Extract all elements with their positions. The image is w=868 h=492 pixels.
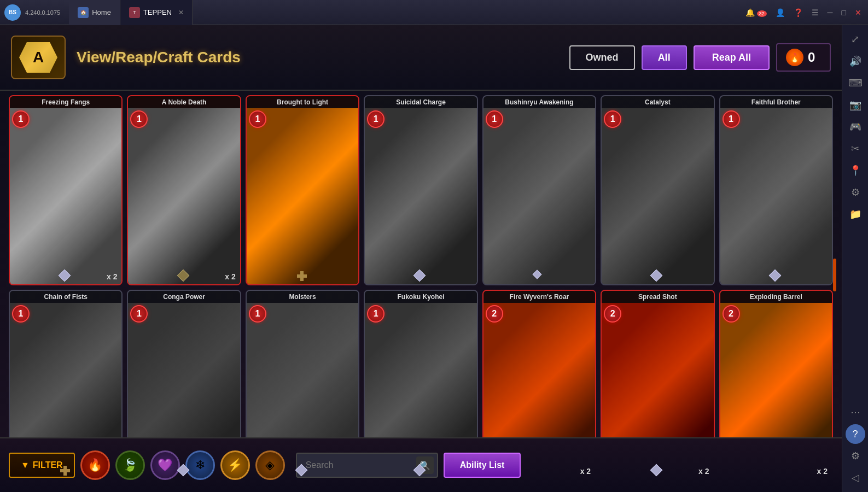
card-count-noble-death: 2: [225, 272, 235, 281]
home-tab-icon: 🏠: [78, 7, 89, 18]
menu-icon[interactable]: ☰: [812, 8, 819, 17]
card-name-exploding-barrel: Exploding Barrel: [720, 291, 832, 303]
filter-dark-button[interactable]: 💜: [150, 450, 180, 480]
sidebar-settings-icon[interactable]: ⚙: [846, 183, 865, 202]
page-title: View/Reap/Craft Cards: [77, 49, 558, 66]
filter-fire-button[interactable]: 🔥: [80, 450, 110, 480]
card-image-faithful-brother: 1: [720, 108, 832, 284]
top-bar-buttons: Owned All Reap All 🔥 0: [569, 43, 831, 72]
card-count-freezing-fangs: 2: [107, 272, 117, 281]
app-version: 4.240.0.1075: [25, 9, 60, 16]
card-image-suicidal-charge: 1: [365, 108, 476, 284]
light-icon: ⚡: [228, 458, 242, 472]
card-cost-freezing-fangs: 1: [12, 110, 30, 128]
sidebar-back-icon[interactable]: ◁: [846, 468, 865, 488]
card-image-catalyst: 1: [602, 108, 713, 284]
filter-nature-button[interactable]: 🍃: [115, 450, 145, 480]
sidebar-expand-icon[interactable]: ⤢: [846, 30, 865, 49]
card-art-faithful-brother: [720, 108, 832, 284]
card-brought-to-light[interactable]: Brought to Light 1: [246, 95, 359, 285]
sidebar-location-icon[interactable]: 📍: [846, 161, 865, 180]
fire-icon: 🔥: [88, 458, 102, 472]
card-noble-death[interactable]: A Noble Death 1 2: [127, 95, 241, 285]
card-cost-spread-shot: 2: [604, 305, 621, 323]
card-rarity-catalyst: [652, 271, 663, 282]
card-image-brought-to-light: 1: [247, 108, 358, 284]
right-sidebar: ⤢ 🔊 ⌨ 📷 🎮 ✂ 📍 ⚙ 📁 ⋯ ? ⚙ ◁: [842, 25, 868, 492]
card-freezing-fangs[interactable]: Freezing Fangs 1 2: [9, 95, 123, 285]
scroll-indicator[interactable]: [833, 259, 836, 291]
card-rarity-fukoku-kyohei: [415, 466, 426, 477]
card-name-bushinryu-awakening: Bushinryu Awakening: [483, 96, 595, 108]
logo-inner: A: [19, 42, 57, 73]
sidebar-screenshot-icon[interactable]: ✂: [846, 139, 865, 159]
filter-neutral-button[interactable]: ◈: [255, 450, 285, 480]
card-image-freezing-fangs: 1 2: [10, 108, 121, 284]
dark-icon: 💜: [158, 458, 172, 472]
sidebar-keyboard-icon[interactable]: ⌨: [846, 73, 865, 93]
bottom-bar: ▼ FILTER 🔥 🍃 💜 ❄ ⚡ ◈ 🔍 Ability List: [0, 437, 842, 492]
filter-label: FILTER: [33, 460, 63, 470]
sidebar-camera-icon[interactable]: 📷: [846, 95, 865, 115]
tab-teppen[interactable]: T TEPPEN ✕: [120, 0, 193, 25]
close-btn[interactable]: ✕: [855, 8, 861, 17]
window-controls: 🔔 32 👤 ❓ ☰ ─ □ ✕: [745, 8, 868, 17]
card-catalyst[interactable]: Catalyst 1: [601, 95, 714, 285]
card-name-freezing-fangs: Freezing Fangs: [10, 96, 121, 108]
card-cost-catalyst: 1: [604, 110, 621, 128]
card-cost-chain-of-fists: 1: [12, 305, 30, 323]
game-area: A View/Reap/Craft Cards Owned All Reap A…: [0, 25, 842, 492]
card-name-noble-death: A Noble Death: [128, 96, 240, 108]
card-cost-molsters: 1: [249, 305, 266, 323]
card-art-noble-death: [128, 108, 240, 284]
filter-water-button[interactable]: ❄: [185, 450, 215, 480]
card-name-fire-wyvern: Fire Wyvern's Roar: [483, 291, 595, 303]
card-rarity-brought-to-light: [297, 271, 308, 282]
card-cost-faithful-brother: 1: [723, 110, 740, 128]
cards-grid: Freezing Fangs 1 2 A Noble Death 1 2 Bro…: [0, 91, 842, 484]
maximize-btn[interactable]: □: [842, 8, 846, 17]
notification-bell[interactable]: 🔔 32: [745, 8, 767, 17]
card-suicidal-charge[interactable]: Suicidal Charge 1: [364, 95, 477, 285]
sidebar-gear-icon[interactable]: ⚙: [846, 446, 865, 466]
help-icon[interactable]: ❓: [794, 8, 803, 17]
nature-icon: 🍃: [123, 458, 137, 472]
reap-all-button[interactable]: Reap All: [694, 45, 770, 70]
tab-teppen-label: TEPPEN: [143, 8, 172, 16]
card-count-exploding-barrel: 2: [817, 467, 828, 476]
card-name-spread-shot: Spread Shot: [602, 291, 713, 303]
card-bushinryu-awakening[interactable]: Bushinryu Awakening 1: [482, 95, 596, 285]
sidebar-help-icon[interactable]: ?: [846, 424, 865, 444]
card-name-molsters: Molsters: [247, 291, 358, 303]
ability-list-button[interactable]: Ability List: [444, 453, 521, 478]
card-name-conga-power: Conga Power: [128, 291, 240, 303]
card-count-spread-shot: 2: [698, 467, 709, 476]
card-count-fire-wyvern: 2: [580, 467, 591, 476]
tab-home[interactable]: 🏠 Home: [69, 0, 120, 25]
sidebar-more-icon[interactable]: ⋯: [846, 402, 865, 422]
card-rarity-spread-shot: [652, 466, 663, 477]
user-icon[interactable]: 👤: [776, 8, 785, 17]
filter-triangle-icon: ▼: [21, 460, 30, 470]
sidebar-gamepad-icon[interactable]: 🎮: [846, 117, 865, 137]
sidebar-files-icon[interactable]: 📁: [846, 204, 865, 224]
water-icon: ❄: [195, 458, 205, 472]
card-faithful-brother[interactable]: Faithful Brother 1: [719, 95, 833, 285]
card-image-bushinryu-awakening: 1: [483, 108, 595, 284]
neutral-icon: ◈: [265, 458, 275, 472]
teppen-tab-icon: T: [129, 7, 140, 18]
card-cost-bushinryu-awakening: 1: [486, 110, 503, 128]
card-art-catalyst: [602, 108, 713, 284]
filter-light-button[interactable]: ⚡: [220, 450, 250, 480]
sidebar-volume-icon[interactable]: 🔊: [846, 51, 865, 71]
tab-close-btn[interactable]: ✕: [178, 9, 184, 16]
card-rarity-conga-power: [179, 466, 190, 477]
all-button[interactable]: All: [642, 45, 687, 70]
currency-display: 🔥 0: [776, 43, 831, 72]
titlebar: BS 4.240.0.1075 🏠 Home T TEPPEN ✕ 🔔 32 👤…: [0, 0, 868, 25]
card-rarity-suicidal-charge: [415, 271, 426, 282]
minimize-btn[interactable]: ─: [828, 8, 833, 17]
owned-button[interactable]: Owned: [569, 45, 635, 70]
card-name-suicidal-charge: Suicidal Charge: [365, 96, 476, 108]
card-rarity-molsters: [297, 466, 308, 477]
